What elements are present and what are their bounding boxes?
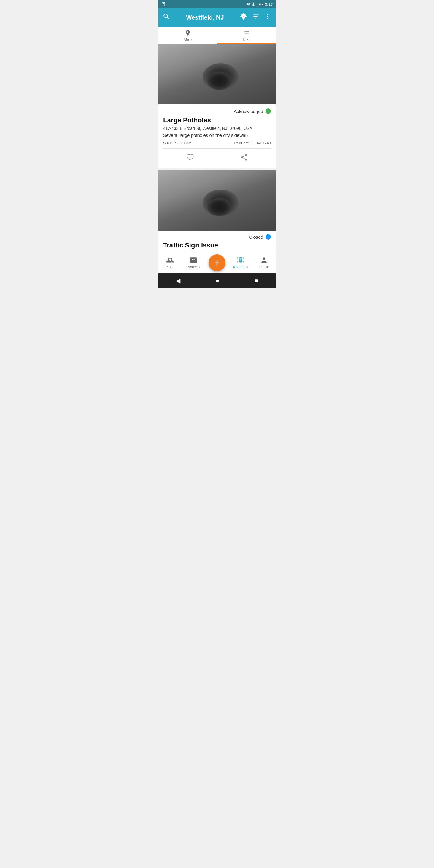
svg-rect-3: [262, 4, 262, 4]
nav-notices[interactable]: Notices: [182, 252, 205, 273]
card-actions-1: [163, 149, 271, 168]
system-nav: ◀ ● ■: [158, 273, 276, 288]
status-bar-right: ⚡ 3:27: [246, 2, 273, 7]
like-button-1[interactable]: [180, 152, 200, 164]
status-label-2: Closed: [249, 235, 263, 240]
view-tabs: Map List: [158, 27, 276, 44]
card-traffic-sign[interactable]: Closed Traffic Sign Issue: [158, 170, 276, 252]
home-button[interactable]: ●: [216, 277, 219, 284]
status-dot-2: [266, 234, 271, 240]
status-bar-left: [161, 2, 165, 6]
svg-rect-1: [163, 3, 164, 4]
signal-icon: [252, 2, 256, 6]
card-title-2: Traffic Sign Issue: [163, 241, 271, 249]
nav-requests[interactable]: Requests: [229, 252, 252, 273]
card-title-1: Large Potholes: [163, 116, 271, 124]
nav-notices-label: Notices: [187, 265, 199, 269]
more-options-button[interactable]: [264, 13, 272, 22]
clock: 3:27: [265, 2, 273, 7]
tab-map-label: Map: [184, 37, 192, 42]
add-button[interactable]: [209, 254, 225, 271]
bottom-nav: Place Notices Requests Profile: [158, 252, 276, 273]
top-bar: Westfield, NJ: [158, 8, 276, 27]
nav-place-label: Place: [165, 265, 175, 269]
card-large-potholes[interactable]: Acknowledged Large Potholes 417-433 E Br…: [158, 44, 276, 168]
nav-place[interactable]: Place: [158, 252, 182, 273]
battery-icon: ⚡: [258, 2, 264, 6]
tab-list[interactable]: List: [217, 27, 276, 44]
share-button-1[interactable]: [234, 152, 254, 164]
sim-icon: [161, 2, 165, 6]
card-status-row-1: Acknowledged: [163, 108, 271, 114]
nav-profile-label: Profile: [259, 265, 269, 269]
tab-map[interactable]: Map: [158, 27, 217, 44]
card-status-row-2: Closed: [163, 234, 271, 240]
svg-text:⚡: ⚡: [259, 4, 261, 5]
location-title: Westfield, NJ: [175, 14, 236, 21]
status-bar: ⚡ 3:27: [158, 0, 276, 8]
card-body-1: Acknowledged Large Potholes 417-433 E Br…: [158, 104, 276, 168]
recent-button[interactable]: ■: [254, 277, 258, 284]
filter-button[interactable]: [252, 13, 259, 22]
nav-profile[interactable]: Profile: [252, 252, 276, 273]
card-image-1: [158, 44, 276, 104]
nav-requests-label: Requests: [233, 265, 248, 269]
nav-add[interactable]: [205, 254, 229, 271]
pothole-photo-2: [158, 170, 276, 230]
my-location-button[interactable]: [240, 13, 247, 22]
svg-rect-0: [162, 2, 164, 6]
card-address-1: 417-433 E Broad St, Westfield, NJ, 07090…: [163, 126, 271, 131]
card-meta-1: 5/18/17 6:20 AM Request ID: 3421748: [163, 141, 271, 149]
card-date-1: 5/18/17 6:20 AM: [163, 141, 192, 145]
card-body-2: Closed Traffic Sign Issue: [158, 230, 276, 252]
back-button[interactable]: ◀: [176, 277, 180, 284]
status-dot-1: [266, 108, 271, 114]
card-image-2: [158, 170, 276, 230]
card-description-1: Several large potholes on the city sidew…: [163, 133, 271, 138]
status-label-1: Acknowledged: [234, 109, 263, 114]
search-button[interactable]: [162, 13, 170, 22]
card-request-id-1: Request ID: 3421748: [234, 141, 271, 145]
wifi-icon: [246, 2, 251, 6]
content-area: Acknowledged Large Potholes 417-433 E Br…: [158, 44, 276, 252]
tab-list-label: List: [243, 37, 250, 42]
pothole-photo-1: [158, 44, 276, 104]
